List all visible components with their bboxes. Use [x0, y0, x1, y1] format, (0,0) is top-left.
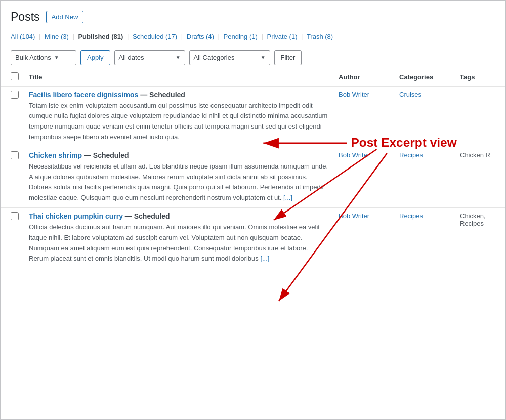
col-tags[interactable]: Tags [455, 68, 505, 87]
chevron-down-icon: ▼ [54, 55, 59, 60]
post-category-link[interactable]: Recipes [399, 212, 423, 220]
row-checkbox[interactable] [11, 91, 19, 99]
row-checkbox-col [1, 147, 24, 207]
post-author-cell: Bob Writer [333, 147, 394, 207]
chevron-down-icon: ▼ [261, 55, 266, 60]
row-checkbox[interactable] [11, 212, 19, 220]
filter-pending[interactable]: Pending (1) [224, 33, 258, 40]
filter-scheduled[interactable]: Scheduled (17) [133, 33, 177, 40]
post-tags-cell: — [455, 86, 505, 147]
posts-table: Title Author Categories Tags Facilis lib… [1, 68, 505, 269]
row-checkbox-col [1, 86, 24, 147]
select-all-checkbox-col [1, 68, 24, 87]
chevron-down-icon: ▼ [176, 55, 181, 60]
filter-mine[interactable]: Mine (3) [45, 33, 69, 40]
post-status: — Scheduled [82, 151, 129, 159]
bulk-actions-select[interactable]: Bulk Actions ▼ [11, 50, 76, 65]
post-tags-cell: Chicken, Recipes [455, 208, 505, 269]
filter-button[interactable]: Filter [274, 50, 302, 65]
post-author-link[interactable]: Bob Writer [339, 212, 369, 220]
posts-table-wrap: Title Author Categories Tags Facilis lib… [1, 68, 505, 269]
post-categories-cell: Recipes [394, 147, 455, 207]
filter-published[interactable]: Published (81) [78, 33, 123, 40]
table-row: Thai chicken pumpkin curry — ScheduledOf… [1, 208, 505, 269]
filter-trash[interactable]: Trash (8) [307, 33, 333, 40]
post-title-link[interactable]: Chicken shrimp [29, 151, 82, 159]
post-status: — Scheduled [138, 91, 185, 99]
table-header-row: Title Author Categories Tags [1, 68, 505, 87]
post-title-cell: Chicken shrimp — ScheduledNecessitatibus… [24, 147, 333, 207]
row-checkbox-col [1, 208, 24, 269]
apply-button[interactable]: Apply [80, 50, 110, 65]
post-excerpt: Totam iste ex enim voluptatem accusantiu… [29, 101, 328, 143]
post-status: — Scheduled [123, 212, 170, 220]
filter-nav: All (104) | Mine (3) | Published (81) | … [1, 30, 505, 47]
add-new-button[interactable]: Add New [46, 11, 84, 23]
table-row: Chicken shrimp — ScheduledNecessitatibus… [1, 147, 505, 207]
all-categories-select[interactable]: All Categories ▼ [189, 50, 270, 65]
filter-private[interactable]: Private (1) [267, 33, 297, 40]
row-checkbox[interactable] [11, 151, 19, 159]
select-all-checkbox[interactable] [11, 72, 19, 80]
post-author-link[interactable]: Bob Writer [339, 151, 369, 159]
post-excerpt: Necessitatibus vel reiciendis et ullam a… [29, 161, 328, 203]
post-categories-cell: Recipes [394, 208, 455, 269]
post-category-link[interactable]: Recipes [399, 151, 423, 159]
col-author[interactable]: Author [333, 68, 394, 87]
table-row: Facilis libero facere dignissimos — Sche… [1, 86, 505, 147]
post-author-cell: Bob Writer [333, 208, 394, 269]
toolbar: Bulk Actions ▼ Apply All dates ▼ All Cat… [1, 47, 505, 68]
post-author-link[interactable]: Bob Writer [339, 91, 369, 98]
post-tags-cell: Chicken R [455, 147, 505, 207]
filter-drafts[interactable]: Drafts (4) [187, 33, 214, 40]
col-categories[interactable]: Categories [394, 68, 455, 87]
post-title-link[interactable]: Facilis libero facere dignissimos [29, 91, 138, 99]
post-author-cell: Bob Writer [333, 86, 394, 147]
all-dates-select[interactable]: All dates ▼ [114, 50, 185, 65]
page-title: Posts [11, 10, 40, 25]
filter-all[interactable]: All (104) [11, 33, 35, 40]
post-excerpt: Officia delectus ducimus aut harum numqu… [29, 222, 328, 264]
excerpt-more-link[interactable]: [...] [283, 194, 292, 201]
post-title-cell: Facilis libero facere dignissimos — Sche… [24, 86, 333, 147]
post-categories-cell: Cruises [394, 86, 455, 147]
post-title-link[interactable]: Thai chicken pumpkin curry [29, 212, 123, 220]
col-title[interactable]: Title [24, 68, 333, 87]
post-category-link[interactable]: Cruises [399, 91, 421, 98]
excerpt-more-link[interactable]: [...] [260, 255, 269, 262]
page-header: Posts Add New [1, 1, 505, 30]
post-title-cell: Thai chicken pumpkin curry — ScheduledOf… [24, 208, 333, 269]
